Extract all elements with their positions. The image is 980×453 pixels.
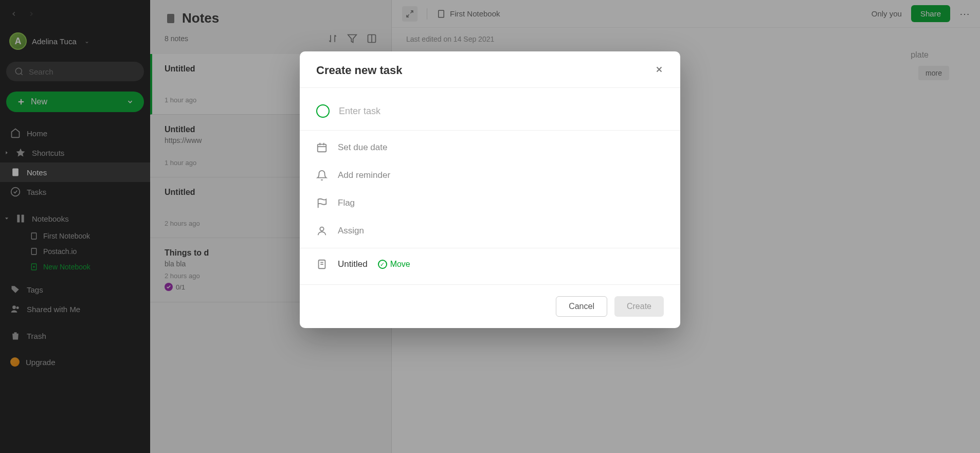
svg-rect-27: [318, 144, 326, 152]
option-label: Flag: [338, 198, 355, 208]
cancel-button[interactable]: Cancel: [556, 296, 607, 317]
create-button[interactable]: Create: [614, 296, 664, 317]
due-date-option[interactable]: Set due date: [300, 134, 680, 161]
move-button[interactable]: ✓ Move: [378, 260, 410, 269]
modal-title: Create new task: [316, 64, 403, 77]
flag-option[interactable]: Flag: [300, 189, 680, 217]
reminder-option[interactable]: Add reminder: [300, 161, 680, 189]
assign-option[interactable]: Assign: [300, 217, 680, 245]
move-label: Move: [390, 260, 410, 269]
flag-icon: [316, 197, 328, 209]
modal-overlay: Create new task Set due date Add reminde…: [0, 0, 980, 453]
create-task-modal: Create new task Set due date Add reminde…: [300, 51, 680, 328]
svg-point-31: [320, 227, 323, 231]
option-label: Set due date: [338, 142, 387, 153]
calendar-icon: [316, 142, 328, 153]
note-reference-label: Untitled: [338, 259, 368, 269]
close-icon[interactable]: [655, 65, 664, 77]
person-icon: [316, 225, 328, 237]
task-name-input[interactable]: [339, 106, 664, 117]
option-label: Add reminder: [338, 170, 390, 180]
option-label: Assign: [338, 226, 364, 236]
bell-icon: [316, 170, 328, 181]
note-icon: [316, 259, 328, 270]
move-check-icon: ✓: [378, 260, 387, 269]
task-checkbox-icon[interactable]: [316, 104, 330, 118]
